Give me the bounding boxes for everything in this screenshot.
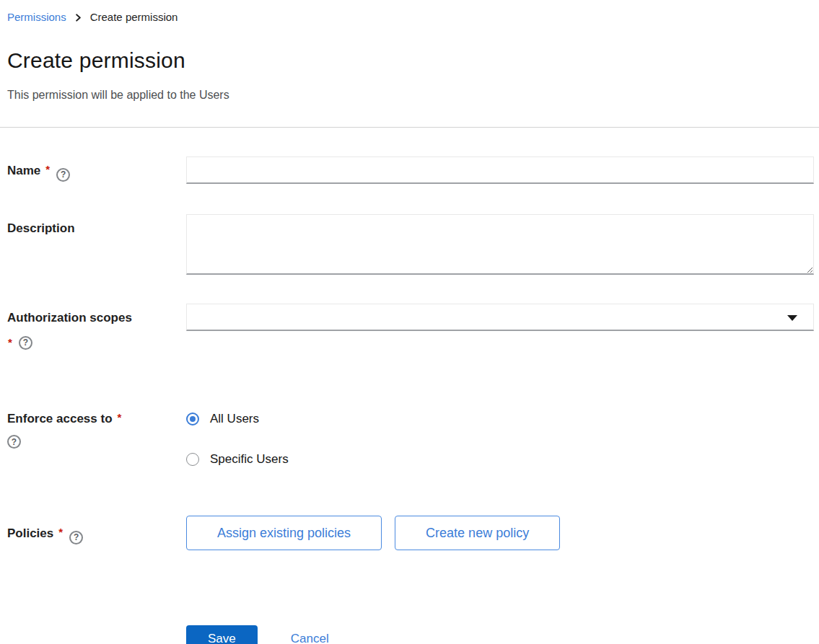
create-new-policy-button[interactable]: Create new policy xyxy=(395,516,560,550)
description-label-text: Description xyxy=(7,221,75,235)
form-row-description: Description xyxy=(7,214,814,275)
required-asterisk: * xyxy=(58,526,63,538)
caret-down-icon xyxy=(787,315,797,321)
form-row-enforce-access: Enforce access to* ? All Users Specific … xyxy=(7,410,814,467)
breadcrumb: Permissions Create permission xyxy=(0,0,819,25)
save-button[interactable]: Save xyxy=(186,625,258,644)
enforce-access-label: Enforce access to* ? xyxy=(7,410,186,449)
cancel-link[interactable]: Cancel xyxy=(291,632,329,644)
form-actions-row: Save Cancel xyxy=(7,625,814,644)
radio-specific-users-control[interactable] xyxy=(186,453,199,466)
name-label-text: Name xyxy=(7,164,40,177)
enforce-access-label-text: Enforce access to xyxy=(7,412,113,425)
description-textarea[interactable] xyxy=(186,214,814,275)
policies-label-text: Policies xyxy=(7,526,53,540)
policies-help-icon[interactable]: ? xyxy=(69,531,83,544)
radio-specific-users[interactable]: Specific Users xyxy=(186,452,814,467)
radio-all-users-label: All Users xyxy=(210,412,259,426)
page-title: Create permission xyxy=(0,48,819,74)
form-row-authorization-scopes: Authorization scopes *? xyxy=(7,304,814,351)
form-row-name: Name*? xyxy=(7,156,814,184)
name-input[interactable] xyxy=(186,156,814,184)
name-help-icon[interactable]: ? xyxy=(56,168,70,182)
assign-existing-policies-button[interactable]: Assign existing policies xyxy=(186,516,382,550)
required-asterisk: * xyxy=(8,334,12,351)
header-divider xyxy=(0,127,819,128)
breadcrumb-separator-icon xyxy=(74,14,82,22)
authorization-scopes-select[interactable] xyxy=(186,304,814,331)
form-row-policies: Policies*? Assign existing policies Crea… xyxy=(7,516,814,550)
radio-all-users-control[interactable] xyxy=(186,413,199,425)
required-asterisk: * xyxy=(45,163,50,175)
create-permission-form: Name*? Description Authorization scopes … xyxy=(0,156,819,644)
enforce-access-help-icon[interactable]: ? xyxy=(7,435,21,449)
create-permission-page: Permissions Create permission Create per… xyxy=(0,0,819,644)
authorization-scopes-label: Authorization scopes *? xyxy=(7,304,186,351)
radio-all-users[interactable]: All Users xyxy=(186,412,814,426)
page-subtitle: This permission will be applied to the U… xyxy=(0,88,819,102)
breadcrumb-current: Create permission xyxy=(90,10,178,25)
policies-label: Policies*? xyxy=(7,516,186,544)
authorization-scopes-help-icon[interactable]: ? xyxy=(19,336,32,350)
enforce-access-radio-group: All Users Specific Users xyxy=(186,410,814,467)
description-label: Description xyxy=(7,214,186,237)
name-label: Name*? xyxy=(7,156,186,182)
authorization-scopes-label-text: Authorization scopes xyxy=(7,309,186,327)
radio-specific-users-label: Specific Users xyxy=(210,452,289,467)
breadcrumb-link-permissions[interactable]: Permissions xyxy=(7,10,66,25)
required-asterisk: * xyxy=(118,411,122,423)
